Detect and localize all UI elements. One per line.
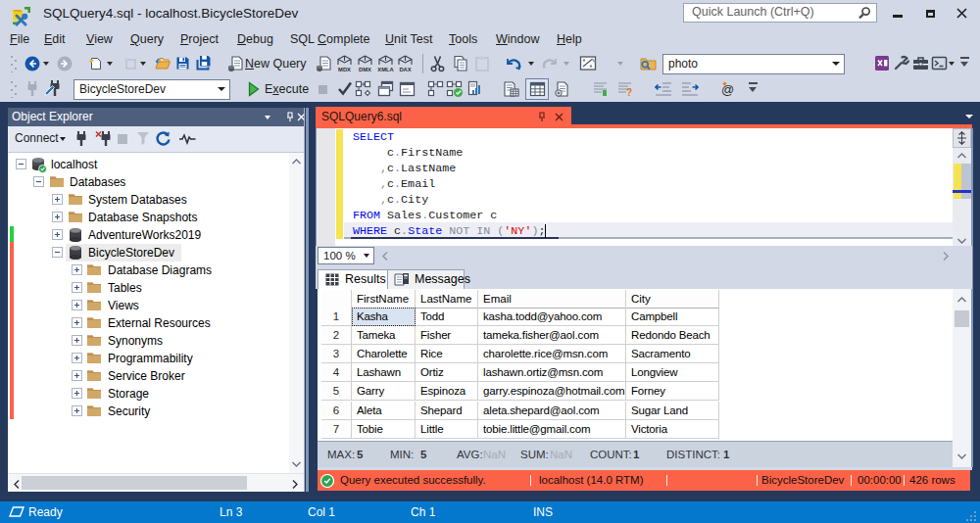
svg-text:@: @ <box>721 82 734 97</box>
svg-text:?: ? <box>626 87 632 98</box>
